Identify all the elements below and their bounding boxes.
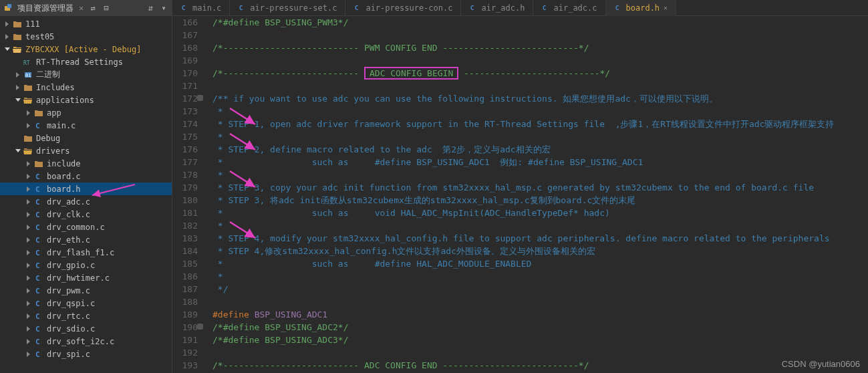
disclosure-icon[interactable] [25,110,32,116]
tab-label: air-pressure-set.c [250,3,337,13]
disclosure-icon[interactable] [25,275,32,281]
tree-label: 二进制 [36,69,60,80]
project-explorer: 项目资源管理器 ✕ ⇄ ⊟ ⇵ ▾ 111test05ZYBCXXX [Acti… [0,0,172,373]
c-icon: C [33,197,44,207]
tab-air-adc-h[interactable]: Cair_adc.h [461,0,533,16]
disclosure-icon[interactable] [25,199,32,205]
tree-node-debug[interactable]: Debug [0,132,172,144]
fold-icon[interactable] [197,95,203,101]
disclosure-icon[interactable] [25,351,32,358]
watermark-text: CSDN @yutian0606 [782,359,860,369]
disclosure-icon[interactable] [25,287,32,294]
tab-air-adc-c[interactable]: Cair_adc.c [533,0,605,16]
tab-air-pressure-con-c[interactable]: Cair-pressure-con.c [345,0,461,16]
link-icon[interactable]: ⇄ [89,4,97,12]
disclosure-icon[interactable] [4,33,11,40]
tree-node-drivers[interactable]: drivers [0,144,172,157]
disclosure-icon[interactable] [25,237,32,243]
tree-node-applications[interactable]: applications [0,94,172,106]
tree-node-board-h[interactable]: Cboard.h [0,182,172,195]
source-code[interactable]: /*#define BSP_USING_PWM3*//*------------… [204,16,868,373]
disclosure-icon[interactable] [25,186,32,193]
disclosure-icon[interactable] [25,160,32,167]
tree-node-drv-sdio-c[interactable]: Cdrv_sdio.c [0,322,172,335]
disclosure-icon[interactable] [15,59,21,66]
disclosure-icon[interactable] [15,148,21,154]
fold-icon[interactable] [197,324,203,330]
tree-node-board-c[interactable]: Cboard.c [0,170,172,182]
c-icon: C [33,324,44,334]
disclosure-icon[interactable] [25,224,32,231]
tree-label: app [47,108,61,118]
svg-text:C: C [35,249,40,257]
tree-node-drv-clk-c[interactable]: Cdrv_clk.c [0,208,172,221]
tree-node-rt-thread-settings[interactable]: RTRT-Thread Settings [0,55,172,68]
disclosure-icon[interactable] [25,211,32,218]
svg-text:C: C [35,198,40,206]
c-icon: C [33,172,44,181]
svg-text:C: C [355,4,359,11]
disclosure-icon[interactable] [25,249,32,256]
tab-label: air_adc.c [553,3,597,13]
disclosure-icon[interactable] [15,72,21,78]
tree-node-drv-pwm-c[interactable]: Cdrv_pwm.c [0,284,172,297]
tab-main-c[interactable]: Cmain.c [172,0,230,16]
close-small-icon[interactable]: ✕ [79,3,84,13]
disclosure-icon[interactable] [15,135,21,142]
menu-icon[interactable]: ▾ [160,4,168,12]
tree-node-drv-hwtimer-c[interactable]: Cdrv_hwtimer.c [0,271,172,284]
tree-node----[interactable]: 01二进制 [0,68,172,81]
tab-air-pressure-set-c[interactable]: Cair-pressure-set.c [230,0,345,16]
tree-label: drv_eth.c [47,235,90,245]
disclosure-icon[interactable] [25,338,32,345]
tree-node-111[interactable]: 111 [0,17,172,30]
tree-node-drv-common-c[interactable]: Cdrv_common.c [0,221,172,233]
c-icon: C [33,286,44,295]
disclosure-icon[interactable] [25,326,32,332]
tree-node-drv-adc-c[interactable]: Cdrv_adc.c [0,195,172,208]
disclosure-icon[interactable] [25,313,32,320]
c-icon: C [33,299,44,308]
tab-label: main.c [192,3,221,13]
tree-node-zybcxxx[interactable]: ZYBCXXX [Active - Debug] [0,43,172,55]
tree-node-drv-gpio-c[interactable]: Cdrv_gpio.c [0,259,172,271]
c-icon: C [33,235,44,245]
close-icon[interactable]: ✕ [664,4,668,11]
tree-node-drv-flash-f1-c[interactable]: Cdrv_flash_f1.c [0,246,172,259]
c-file-icon: C [180,4,188,12]
disclosure-icon[interactable] [25,122,32,129]
disclosure-icon[interactable] [15,97,21,104]
disclosure-icon[interactable] [25,300,32,307]
tree-node-includes[interactable]: Includes [0,81,172,94]
tab-board-h[interactable]: Cboard.h✕ [606,0,677,16]
nav-icon[interactable]: ⇵ [146,4,154,12]
tree-node-include[interactable]: include [0,157,172,170]
folder-icon [23,134,33,143]
c-file-icon: C [238,4,246,12]
tree-label: drv_adc.c [47,197,90,207]
tree-label: 111 [25,19,40,29]
disclosure-icon[interactable] [4,46,11,53]
tree-node-drv-soft-i2c-c[interactable]: Cdrv_soft_i2c.c [0,335,172,348]
tree-label: drv_gpio.c [47,261,95,270]
tree-label: drv_pwm.c [47,286,90,295]
tree-node-drv-spi-c[interactable]: Cdrv_spi.c [0,348,172,360]
tree-node-app[interactable]: app [0,106,172,119]
disclosure-icon[interactable] [4,21,11,27]
tree-node-drv-eth-c[interactable]: Cdrv_eth.c [0,233,172,246]
collapse-icon[interactable]: ⊟ [102,4,110,12]
tree-label: drivers [36,146,70,156]
code-editor[interactable]: 1661671681691701711721731741751761771781… [172,16,868,373]
disclosure-icon[interactable] [25,173,32,180]
file-tree[interactable]: 111test05ZYBCXXX [Active - Debug]RTRT-Th… [0,16,172,373]
disclosure-icon[interactable] [25,262,32,269]
tree-node-drv-qspi-c[interactable]: Cdrv_qspi.c [0,297,172,309]
tree-node-main-c[interactable]: Cmain.c [0,119,172,132]
tree-label: board.c [47,172,81,181]
disclosure-icon[interactable] [15,84,21,91]
folder-icon [33,108,44,118]
tree-node-drv-rtc-c[interactable]: Cdrv_rtc.c [0,309,172,322]
svg-text:C: C [35,172,40,180]
tree-node-test05[interactable]: test05 [0,30,172,43]
c-icon: C [33,223,44,232]
